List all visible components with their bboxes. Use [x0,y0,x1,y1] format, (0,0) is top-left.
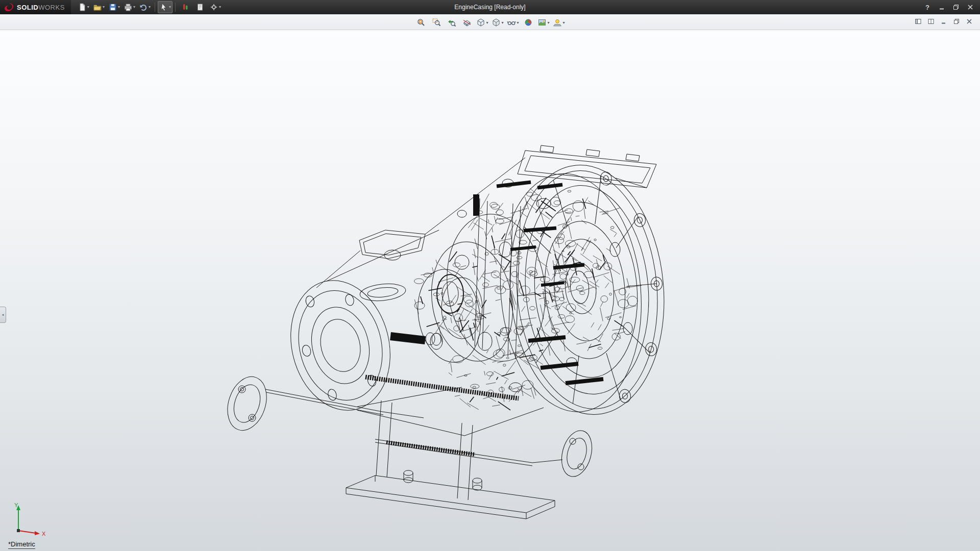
shafts-and-links [221,372,597,480]
brand-solid: SOLID [17,4,38,11]
dropdown-arrow[interactable]: ▾ [149,5,151,9]
view-orientation-label: *Dimetric [8,540,35,549]
solidworks-logo: SOLIDWORKS [0,0,71,14]
options-gear-icon [209,3,218,12]
dropdown-arrow[interactable]: ▾ [517,20,519,25]
dropdown-arrow[interactable]: ▾ [87,5,89,9]
brand-works: WORKS [38,4,65,11]
dropdown-arrow[interactable]: ▾ [547,20,549,25]
doc-restore-button[interactable] [951,16,962,27]
new-document-button[interactable]: ▾ [76,1,91,13]
doc-close-icon [966,18,973,25]
dropdown-arrow[interactable]: ▾ [501,20,503,25]
close-button[interactable] [965,2,976,12]
zoom-to-area-button[interactable] [429,16,444,29]
undo-icon [139,3,148,12]
restore-button[interactable] [950,2,962,12]
dropdown-arrow[interactable]: ▾ [169,5,171,9]
edit-appearance-ball-icon [524,18,533,27]
triad-x-label: X [42,531,46,537]
mid-body [316,208,554,436]
print-button[interactable]: ▾ [122,1,137,13]
heads-up-view-toolbar: ▾ ▾ ▾ [414,16,566,29]
document-window-controls [913,16,975,27]
pane-left-button[interactable] [913,16,924,27]
base-plate [346,400,555,519]
print-icon [124,3,133,12]
display-style-button[interactable]: ▾ [491,16,505,29]
dropdown-arrow[interactable]: ▾ [219,5,221,9]
apply-scene-button[interactable]: ▾ [536,16,551,29]
studs-and-threads [365,182,603,455]
view-orientation-cube-icon [476,18,485,27]
document-title: EngineCasing [Read-only] [454,4,525,11]
section-view-button[interactable] [460,16,474,29]
dropdown-arrow[interactable]: ▾ [103,5,105,9]
triad-y-label: Y [14,502,18,508]
select-cursor-icon [159,3,168,12]
expand-panel-icon: ◂ [2,313,4,317]
toolbar-separator [175,3,176,12]
select-button[interactable]: ▾ [158,1,173,13]
previous-view-button[interactable] [445,16,459,29]
rebuild-semaphore-icon [181,3,190,12]
pane-left-icon [915,18,922,25]
open-folder-icon [93,3,102,12]
minimize-icon [939,4,945,10]
open-button[interactable]: ▾ [91,1,106,13]
toolbar-separator [155,3,155,12]
doc-minimize-icon [940,18,947,25]
brand-text: SOLIDWORKS [17,4,65,11]
heads-up-strip: ▾ ▾ ▾ [0,14,980,30]
undo-button[interactable]: ▾ [137,1,152,13]
save-floppy-icon [108,3,117,12]
doc-restore-icon [953,18,960,25]
restore-icon [953,4,959,10]
edit-appearance-button[interactable] [521,16,535,29]
file-properties-icon [195,3,205,12]
dropdown-arrow[interactable]: ▾ [133,5,135,9]
doc-minimize-button[interactable] [938,16,949,27]
window-controls: ? [922,0,976,14]
hide-show-glasses-icon [507,18,516,27]
featuremanager-collapsed-tab[interactable]: ◂ [0,307,6,323]
pane-split-button[interactable] [925,16,937,27]
zoom-to-fit-icon [416,18,426,27]
zoom-to-area-icon [432,18,441,27]
dropdown-arrow[interactable]: ▾ [118,5,120,9]
rebuild-button[interactable] [178,1,192,13]
view-orientation-button[interactable]: ▾ [475,16,489,29]
doc-close-button[interactable] [964,16,975,27]
new-document-icon [78,3,87,12]
engine-casing-wireframe [0,30,980,551]
display-style-icon [492,18,501,27]
title-bar: SOLIDWORKS ▾ ▾ ▾ [0,0,980,14]
dropdown-arrow[interactable]: ▾ [486,20,488,25]
section-view-icon [462,18,472,27]
options-button[interactable]: ▾ [208,1,223,13]
pane-split-icon [927,18,935,25]
minimize-button[interactable] [936,2,947,12]
view-settings-button[interactable]: ▾ [552,16,566,29]
top-plate [425,145,656,234]
help-button[interactable]: ? [922,2,933,12]
solidworks-window: SOLIDWORKS ▾ ▾ ▾ [0,0,980,551]
close-icon [967,4,973,10]
apply-scene-icon [537,18,547,27]
ds-logo-icon [4,3,14,12]
view-settings-icon [553,18,562,27]
file-properties-button[interactable] [193,1,207,13]
reference-triad: Y X [9,501,50,538]
hide-show-items-button[interactable]: ▾ [506,16,520,29]
zoom-to-fit-button[interactable] [414,16,428,29]
save-button[interactable]: ▾ [107,1,121,13]
previous-view-icon [447,18,456,27]
graphics-viewport[interactable]: Y X *Dimetric ◂ [0,30,980,551]
main-toolbar: ▾ ▾ ▾ ▾ [76,1,223,13]
dropdown-arrow[interactable]: ▾ [562,20,565,25]
wireframe-clutter [414,188,642,410]
